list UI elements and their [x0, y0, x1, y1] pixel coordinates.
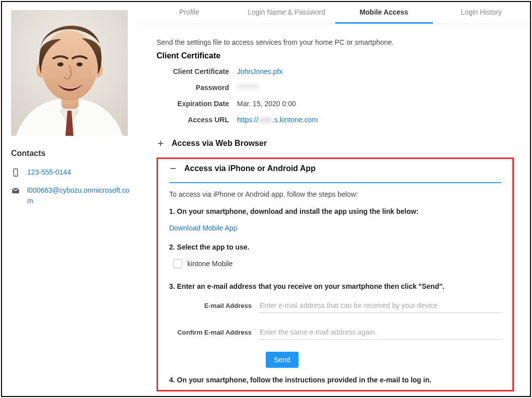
cert-label-file: Client Certificate — [157, 67, 237, 75]
tab-login-history[interactable]: Login History — [433, 2, 530, 24]
accordion-title-app: Access via iPhone or Android App — [184, 164, 316, 173]
confirm-email-row: Confirm E-mail Address — [169, 325, 501, 340]
cert-label-url: Access URL — [157, 116, 237, 124]
mail-icon — [11, 186, 20, 195]
tabs: Profile Login Name & Password Mobile Acc… — [140, 2, 530, 24]
accordion-divider — [169, 182, 501, 183]
cert-label-password: Password — [157, 84, 237, 92]
accordion-web-browser: Access via Web Browser — [157, 134, 514, 153]
confirm-email-field[interactable] — [259, 325, 501, 340]
cert-access-url-link[interactable]: https://xxxx.s.kintone.com — [237, 116, 318, 124]
client-certificate-title: Client Certificate — [157, 51, 514, 60]
send-button[interactable]: Send — [266, 352, 298, 368]
email-label: E-mail Address — [169, 302, 259, 309]
email-field[interactable] — [259, 298, 501, 313]
plus-icon — [157, 139, 165, 147]
contact-email-link[interactable]: l000663@cybozu.onmicrosoft.com — [27, 185, 131, 206]
intro-text: Send the settings file to access service… — [157, 38, 514, 46]
contact-email-row: l000663@cybozu.onmicrosoft.com — [11, 185, 131, 206]
accordion-header-web-browser[interactable]: Access via Web Browser — [157, 134, 514, 153]
cert-row-expiration: Expiration Date Mar. 15, 2020 0:00 — [157, 96, 514, 112]
app-option-row: kintone Mobile — [173, 259, 501, 268]
checkbox-kintone-mobile[interactable] — [173, 259, 182, 268]
cert-row-file: Client Certificate JohnJones.pfx — [157, 63, 514, 79]
svg-point-4 — [93, 61, 103, 77]
svg-point-5 — [57, 62, 63, 66]
tab-profile[interactable]: Profile — [140, 2, 238, 24]
contact-phone-row: 123-555-0144 — [11, 167, 131, 177]
cert-expiration-value: Mar. 15, 2020 0:00 — [237, 100, 296, 108]
cert-label-expiration: Expiration Date — [157, 100, 237, 108]
url-suffix: .s.kintone.com — [272, 116, 318, 124]
main: Profile Login Name & Password Mobile Acc… — [140, 2, 530, 396]
highlight-box: Access via iPhone or Android App To acce… — [157, 157, 514, 391]
url-prefix: https:// — [237, 116, 258, 124]
avatar — [11, 10, 128, 136]
step-2: 2. Select the app to use. — [169, 243, 501, 251]
url-hidden: xxxx — [258, 116, 272, 124]
phone-icon — [11, 168, 20, 177]
step-4: 4. On your smartphone, follow the instru… — [169, 376, 501, 384]
tab-login-name-password[interactable]: Login Name & Password — [238, 2, 336, 24]
tab-mobile-access[interactable]: Mobile Access — [335, 2, 433, 24]
app-intro: To access via iPhone or Android app, fol… — [169, 190, 501, 198]
email-row: E-mail Address — [169, 298, 501, 313]
step-1: 1. On your smartphone, download and inst… — [169, 207, 501, 215]
accordion-title-web-browser: Access via Web Browser — [172, 139, 267, 148]
checkbox-label-kintone-mobile: kintone Mobile — [187, 260, 233, 268]
step-3: 3. Enter an e-mail address that you rece… — [169, 282, 501, 290]
contacts-heading: Contacts — [11, 149, 131, 158]
cert-password-value: ******** — [237, 84, 259, 92]
minus-icon — [169, 165, 177, 173]
content: Send the settings file to access service… — [140, 24, 530, 391]
sidebar: Contacts 123-555-0144 l000663@cybozu.onm… — [2, 2, 140, 396]
client-certificate-table: Client Certificate JohnJones.pfx Passwor… — [157, 63, 514, 128]
cert-row-url: Access URL https://xxxx.s.kintone.com — [157, 112, 514, 128]
confirm-email-label: Confirm E-mail Address — [169, 329, 259, 336]
cert-file-link[interactable]: JohnJones.pfx — [237, 67, 282, 75]
svg-point-6 — [77, 62, 83, 66]
cert-row-password: Password ******** — [157, 79, 514, 96]
download-mobile-app-link[interactable]: Download Mobile App — [169, 224, 237, 232]
accordion-header-app[interactable]: Access via iPhone or Android App — [169, 164, 501, 178]
contact-phone-link[interactable]: 123-555-0144 — [27, 167, 71, 177]
